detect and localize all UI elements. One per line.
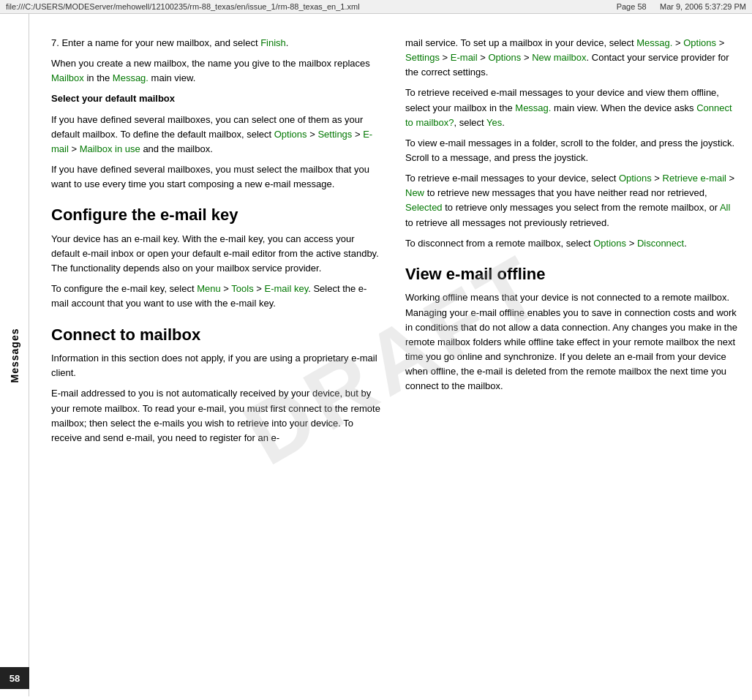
top-bar: file:///C:/USERS/MODEServer/mehowell/121… [0,0,752,14]
connect-para2: E-mail addressed to you is not automatic… [51,386,383,445]
connect-heading: Connect to mailbox [51,325,383,346]
right-para3: To view e-mail messages in a folder, scr… [405,136,737,165]
right-column: mail service. To set up a mailbox in you… [405,36,737,682]
content-area: DRAFT 7. Enter a name for your new mailb… [29,14,752,696]
view-offline-heading: View e-mail offline [405,264,737,285]
right-para2: To retrieve received e-mail messages to … [405,86,737,129]
right-para4: To retrieve e-mail messages to your devi… [405,171,737,230]
configure-para1: Your device has an e-mail key. With the … [51,232,383,276]
default-mailbox-para1: If you have defined several mailboxes, y… [51,113,383,157]
left-column: 7. Enter a name for your new mailbox, an… [51,36,383,682]
configure-para2: To configure the e-mail key, select Menu… [51,282,383,311]
item7-para: 7. Enter a name for your new mailbox, an… [51,36,383,50]
sidebar: Messages 58 [0,14,29,696]
bold-heading-select: Select your default mailbox [51,91,383,106]
view-offline-para: Working offline means that your device i… [405,290,737,394]
section-label: Messages [9,328,20,383]
configure-heading: Configure the e-mail key [51,205,383,226]
filepath: file:///C:/USERS/MODEServer/mehowell/121… [6,2,360,11]
mailbox-name-para: When you create a new mailbox, the name … [51,56,383,86]
default-mailbox-para2: If you have defined several mailboxes, y… [51,162,383,192]
right-para1: mail service. To set up a mailbox in you… [405,36,737,80]
page-number: 58 [0,667,29,689]
page-wrapper: Messages 58 DRAFT 7. Enter a name for yo… [0,14,752,696]
content-wrapper: DRAFT 7. Enter a name for your new mailb… [51,36,737,682]
connect-para1: Information in this section does not app… [51,351,383,380]
right-para5: To disconnect from a remote mailbox, sel… [405,236,737,251]
page-info: Page 58 Mar 9, 2006 5:37:29 PM [617,2,746,11]
